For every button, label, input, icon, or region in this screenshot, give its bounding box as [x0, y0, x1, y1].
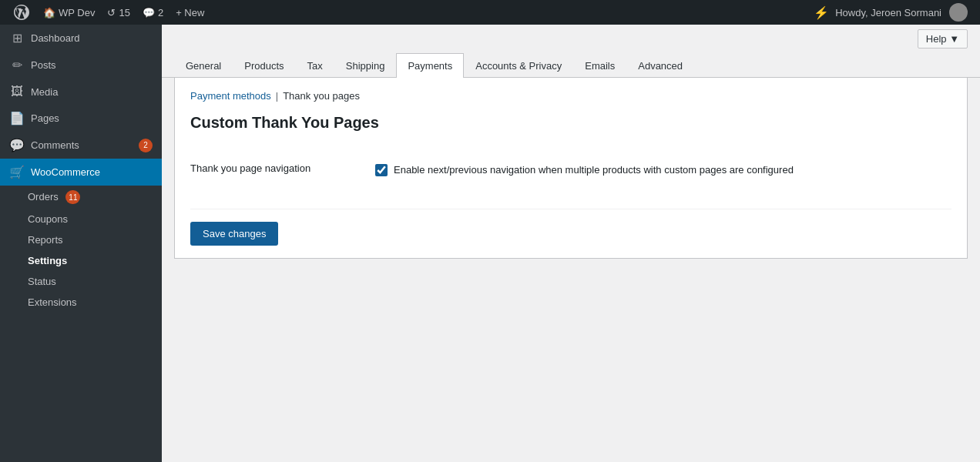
- sidebar-item-media[interactable]: 🖼 Media: [0, 79, 162, 105]
- breadcrumb-link-text: Payment methods: [190, 90, 271, 102]
- sidebar-subitem-coupons[interactable]: Coupons: [0, 209, 162, 229]
- tab-shipping[interactable]: Shipping: [334, 53, 397, 78]
- tab-products-label: Products: [244, 60, 284, 72]
- sidebar-label-dashboard: Dashboard: [31, 32, 153, 44]
- field-cell-navigation: Enable next/previous navigation when mul…: [375, 150, 951, 190]
- user-avatar: [949, 3, 968, 22]
- home-icon: 🏠: [43, 7, 55, 18]
- main-layout: ⊞ Dashboard ✏ Posts 🖼 Media 📄 Pages 💬 Co…: [0, 25, 980, 462]
- reports-label: Reports: [28, 234, 63, 246]
- sidebar-label-pages: Pages: [31, 112, 153, 124]
- comments-badge: 2: [139, 139, 153, 152]
- extensions-label: Extensions: [28, 296, 77, 308]
- tab-payments-label: Payments: [408, 60, 452, 72]
- woocommerce-icon: 🛒: [9, 165, 25, 179]
- new-content-button[interactable]: + New: [169, 0, 210, 25]
- site-name-label: WP Dev: [59, 7, 95, 18]
- orders-label: Orders: [28, 191, 59, 203]
- save-row: Save changes: [190, 209, 951, 246]
- posts-icon: ✏: [9, 58, 25, 72]
- sidebar-item-pages[interactable]: 📄 Pages: [0, 105, 162, 132]
- woo-submenu: Orders 11 Coupons Reports Settings Statu…: [0, 186, 162, 313]
- tab-tax[interactable]: Tax: [296, 53, 334, 78]
- tab-payments[interactable]: Payments: [396, 53, 464, 78]
- tab-general[interactable]: General: [174, 53, 233, 78]
- help-label: Help ▼: [926, 33, 959, 45]
- sidebar-subitem-status[interactable]: Status: [0, 271, 162, 292]
- content-area: Help ▼ General Products Tax Shipping Pay…: [162, 25, 980, 462]
- page-content: Payment methods | Thank you pages Custom…: [174, 78, 968, 259]
- tab-tax-label: Tax: [307, 60, 323, 72]
- admin-bar-right: ⚡ Howdy, Jeroen Sormani: [814, 0, 974, 25]
- save-changes-label: Save changes: [203, 228, 266, 239]
- tab-advanced[interactable]: Advanced: [626, 53, 694, 78]
- breadcrumb-current: Thank you pages: [283, 90, 360, 102]
- comments-button[interactable]: 💬 2: [136, 0, 169, 25]
- sidebar-label-woocommerce: WooCommerce: [31, 166, 153, 178]
- sidebar-label-media: Media: [31, 86, 153, 98]
- comments-icon: 💬: [143, 7, 155, 18]
- tab-navigation: General Products Tax Shipping Payments A…: [162, 53, 980, 78]
- save-changes-button[interactable]: Save changes: [190, 222, 278, 246]
- wp-logo-button[interactable]: [6, 0, 37, 25]
- tab-shipping-label: Shipping: [346, 60, 385, 72]
- sidebar-label-comments: Comments: [31, 139, 133, 151]
- dashboard-icon: ⊞: [9, 31, 25, 45]
- tab-accounts-privacy-label: Accounts & Privacy: [475, 60, 562, 72]
- status-label: Status: [28, 276, 56, 287]
- help-bar: Help ▼: [162, 25, 980, 53]
- updates-button[interactable]: ↺ 15: [101, 0, 136, 25]
- tab-products[interactable]: Products: [233, 53, 295, 78]
- page-title: Custom Thank You Pages: [190, 114, 951, 132]
- tab-emails-label: Emails: [585, 60, 615, 72]
- sidebar-subitem-extensions[interactable]: Extensions: [0, 292, 162, 313]
- pages-icon: 📄: [9, 111, 25, 126]
- settings-label: Settings: [28, 255, 67, 266]
- new-content-label: + New: [176, 7, 204, 18]
- orders-badge: 11: [65, 190, 80, 204]
- updates-count: 15: [119, 7, 129, 18]
- breadcrumb: Payment methods | Thank you pages: [190, 90, 951, 102]
- sidebar-subitem-reports[interactable]: Reports: [0, 229, 162, 250]
- sidebar-subitem-settings[interactable]: Settings: [0, 250, 162, 271]
- sidebar-subitem-orders[interactable]: Orders 11: [0, 186, 162, 209]
- field-label-navigation: Thank you page navigation: [190, 150, 375, 190]
- tab-accounts-privacy[interactable]: Accounts & Privacy: [464, 53, 573, 78]
- table-row: Thank you page navigation Enable next/pr…: [190, 150, 951, 190]
- sidebar-item-woocommerce[interactable]: 🛒 WooCommerce: [0, 159, 162, 186]
- tab-advanced-label: Advanced: [638, 60, 683, 72]
- coupons-label: Coupons: [28, 213, 68, 225]
- site-name-button[interactable]: 🏠 WP Dev: [37, 0, 101, 25]
- sidebar-item-posts[interactable]: ✏ Posts: [0, 52, 162, 79]
- settings-table: Thank you page navigation Enable next/pr…: [190, 150, 951, 190]
- sidebar-item-comments[interactable]: 💬 Comments 2: [0, 132, 162, 159]
- breadcrumb-separator: |: [276, 90, 278, 102]
- admin-bar: 🏠 WP Dev ↺ 15 💬 2 + New ⚡ Howdy, Jeroen …: [0, 0, 980, 25]
- breadcrumb-payment-methods-link[interactable]: Payment methods: [190, 90, 271, 102]
- performance-icon: ⚡: [814, 5, 829, 20]
- updates-icon: ↺: [107, 7, 116, 18]
- comments-nav-icon: 💬: [9, 138, 25, 152]
- user-menu-button[interactable]: Howdy, Jeroen Sormani: [829, 0, 974, 25]
- navigation-checkbox-label: Enable next/previous navigation when mul…: [394, 162, 794, 178]
- comments-count: 2: [158, 7, 163, 18]
- tab-emails[interactable]: Emails: [573, 53, 626, 78]
- tab-general-label: General: [186, 60, 221, 72]
- help-button[interactable]: Help ▼: [918, 29, 968, 49]
- checkbox-row-navigation: Enable next/previous navigation when mul…: [375, 162, 951, 178]
- sidebar-item-dashboard[interactable]: ⊞ Dashboard: [0, 25, 162, 52]
- navigation-checkbox[interactable]: [375, 164, 388, 176]
- media-icon: 🖼: [9, 85, 25, 99]
- wp-logo-icon: [14, 5, 29, 20]
- sidebar-label-posts: Posts: [31, 59, 153, 71]
- sidebar: ⊞ Dashboard ✏ Posts 🖼 Media 📄 Pages 💬 Co…: [0, 25, 162, 462]
- howdy-text: Howdy, Jeroen Sormani: [835, 7, 941, 18]
